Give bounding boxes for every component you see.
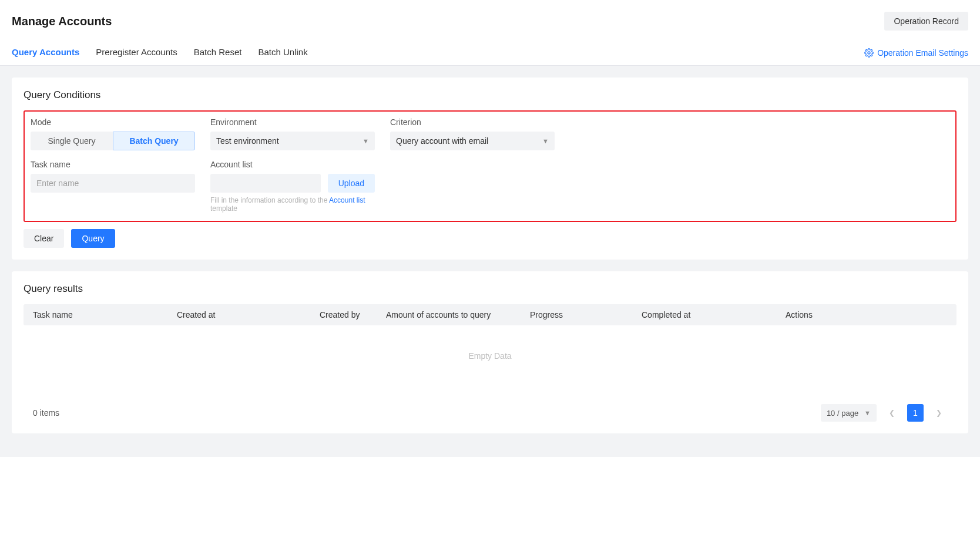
pagination-page-1[interactable]: 1	[907, 404, 924, 422]
upload-button[interactable]: Upload	[328, 174, 375, 193]
pagination-prev[interactable]: ❮	[884, 404, 900, 422]
col-completed-at: Completed at	[642, 310, 786, 319]
items-count: 0 items	[33, 408, 59, 418]
tab-preregister-accounts[interactable]: Preregister Accounts	[96, 40, 177, 65]
criterion-label: Criterion	[390, 117, 555, 127]
task-name-label: Task name	[31, 160, 195, 169]
col-created-at: Created at	[177, 310, 320, 319]
pagination-next[interactable]: ❯	[931, 404, 947, 422]
mode-single-query[interactable]: Single Query	[31, 132, 113, 150]
operation-email-settings-link[interactable]: Operation Email Settings	[864, 48, 968, 58]
query-conditions-title: Query Conditions	[24, 89, 956, 101]
task-name-input[interactable]	[31, 174, 195, 193]
page-title: Manage Accounts	[12, 15, 112, 28]
results-table-header: Task name Created at Created by Amount o…	[24, 304, 956, 325]
query-button[interactable]: Query	[71, 229, 115, 248]
tab-batch-reset[interactable]: Batch Reset	[194, 40, 242, 65]
page-size-value: 10 / page	[827, 409, 858, 418]
environment-label: Environment	[210, 117, 375, 127]
col-amount: Amount of accounts to query	[386, 310, 530, 319]
mode-batch-query[interactable]: Batch Query	[113, 132, 195, 150]
empty-data: Empty Data	[24, 325, 956, 386]
tab-query-accounts[interactable]: Query Accounts	[12, 40, 79, 65]
environment-value: Test environment	[216, 136, 279, 146]
tab-batch-unlink[interactable]: Batch Unlink	[258, 40, 307, 65]
svg-point-0	[868, 52, 870, 54]
conditions-highlight: Mode Single Query Batch Query Environmen…	[24, 110, 956, 222]
col-task-name: Task name	[33, 310, 177, 319]
chevron-down-icon: ▼	[864, 409, 871, 416]
email-settings-label: Operation Email Settings	[877, 48, 968, 58]
page-size-select[interactable]: 10 / page ▼	[821, 404, 877, 422]
operation-record-button[interactable]: Operation Record	[884, 12, 968, 31]
gear-icon	[864, 48, 874, 58]
col-actions: Actions	[786, 310, 947, 319]
account-list-template-link[interactable]: Account list	[329, 196, 365, 204]
tabs: Query Accounts Preregister Accounts Batc…	[12, 40, 308, 65]
chevron-down-icon: ▼	[363, 137, 369, 144]
query-conditions-card: Query Conditions Mode Single Query Batch…	[12, 78, 968, 260]
criterion-value: Query account with email	[396, 136, 488, 146]
mode-label: Mode	[31, 117, 195, 127]
col-progress: Progress	[530, 310, 642, 319]
chevron-down-icon: ▼	[542, 137, 549, 144]
col-created-by: Created by	[320, 310, 386, 319]
account-list-file-field[interactable]	[210, 174, 321, 193]
clear-button[interactable]: Clear	[24, 229, 64, 248]
account-list-hint: Fill in the information according to the…	[210, 196, 375, 213]
query-results-card: Query results Task name Created at Creat…	[12, 271, 968, 433]
account-list-label: Account list	[210, 160, 375, 169]
query-results-title: Query results	[24, 283, 956, 295]
criterion-select[interactable]: Query account with email ▼	[390, 132, 555, 150]
environment-select[interactable]: Test environment ▼	[210, 132, 375, 150]
